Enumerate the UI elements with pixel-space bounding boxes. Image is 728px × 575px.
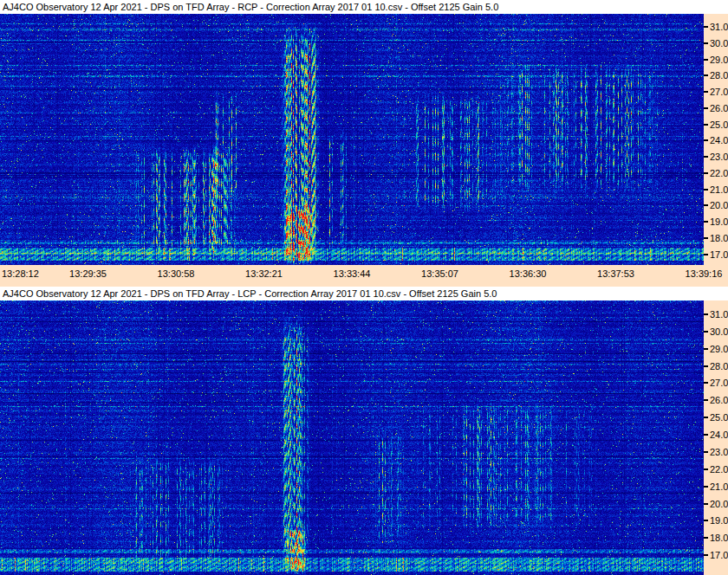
freq-label: 20.0 [710, 201, 728, 210]
freq-tick [704, 537, 708, 539]
freq-tick [704, 139, 708, 141]
freq-label: 27.0 [710, 378, 728, 388]
freq-tick [704, 331, 708, 333]
freq-tick [704, 189, 708, 191]
freq-label: 29.0 [710, 344, 728, 353]
freq-label: 28.0 [710, 361, 728, 371]
freq-tick [704, 254, 708, 255]
freq-label: 21.0 [710, 481, 728, 491]
freq-label: 23.0 [710, 447, 728, 456]
freq-label: 19.0 [710, 217, 728, 227]
freq-tick [704, 503, 708, 505]
freq-label: 17.0 [710, 551, 728, 560]
freq-label: 17.0 [710, 249, 728, 259]
freq-label: 18.0 [710, 234, 728, 243]
time-label: 13:39:16 [686, 268, 723, 279]
lcp-titlebar: AJ4CO Observatory 12 Apr 2021 - DPS on T… [0, 287, 728, 300]
freq-label: 24.0 [710, 430, 728, 440]
freq-label: 26.0 [710, 103, 728, 113]
freq-label: 30.0 [710, 38, 728, 48]
freq-label: 30.0 [710, 326, 728, 336]
time-label: 13:36:30 [510, 268, 547, 279]
freq-label: 19.0 [710, 516, 728, 526]
freq-tick [704, 486, 708, 488]
freq-tick [704, 313, 708, 315]
time-label: 13:29:35 [69, 268, 107, 279]
freq-tick [704, 237, 708, 239]
rcp-spectrogram [0, 14, 704, 265]
freq-label: 31.0 [710, 23, 728, 32]
freq-tick [704, 91, 708, 93]
freq-label: 28.0 [710, 71, 728, 81]
freq-tick [704, 520, 708, 521]
time-label: 13:37:53 [597, 268, 634, 279]
freq-label: 22.0 [710, 168, 728, 178]
freq-tick [704, 221, 708, 223]
freq-label: 20.0 [710, 499, 728, 508]
freq-tick [704, 156, 708, 158]
freq-tick [704, 382, 708, 384]
time-label: 13:33:44 [334, 268, 371, 279]
freq-label: 21.0 [710, 184, 728, 194]
freq-label: 18.0 [710, 533, 728, 543]
freq-label: 31.0 [710, 309, 728, 319]
freq-tick [704, 74, 708, 76]
time-label: 13:28:12 [2, 268, 39, 279]
freq-tick [704, 348, 708, 350]
freq-tick [704, 124, 708, 126]
time-axis: 13:28:1213:29:3513:30:5813:32:2113:33:44… [0, 265, 728, 287]
freq-tick [704, 365, 708, 367]
freq-tick [704, 399, 708, 401]
freq-label: 26.0 [710, 396, 728, 405]
time-label: 13:30:58 [158, 268, 195, 279]
freq-label: 23.0 [710, 152, 728, 162]
lcp-spectrogram [0, 300, 704, 575]
freq-tick [704, 451, 708, 453]
lcp-title-text: AJ4CO Observatory 12 Apr 2021 - DPS on T… [3, 288, 497, 299]
freq-tick [704, 204, 708, 206]
lcp-panel: 31.030.029.028.027.026.025.024.023.022.0… [0, 300, 728, 575]
time-label: 13:35:07 [421, 268, 458, 279]
freq-tick [704, 59, 708, 61]
freq-tick [704, 554, 708, 556]
freq-tick [704, 26, 708, 28]
lcp-freq-axis: 31.030.029.028.027.026.025.024.023.022.0… [704, 300, 728, 575]
freq-tick [704, 417, 708, 418]
freq-label: 27.0 [710, 87, 728, 97]
freq-tick [704, 468, 708, 470]
freq-tick [704, 172, 708, 174]
rcp-title-text: AJ4CO Observatory 12 Apr 2021 - DPS on T… [3, 2, 498, 12]
freq-label: 25.0 [710, 120, 728, 129]
freq-tick [704, 42, 708, 44]
freq-label: 25.0 [710, 413, 728, 423]
spectrograph-app: AJ4CO Observatory 12 Apr 2021 - DPS on T… [0, 0, 728, 575]
rcp-titlebar: AJ4CO Observatory 12 Apr 2021 - DPS on T… [0, 0, 728, 14]
freq-label: 24.0 [710, 136, 728, 145]
freq-label: 29.0 [710, 55, 728, 64]
freq-tick [704, 434, 708, 436]
freq-label: 22.0 [710, 464, 728, 474]
rcp-freq-axis: 31.030.029.028.027.026.025.024.023.022.0… [704, 14, 728, 265]
time-label: 13:32:21 [245, 268, 283, 279]
freq-tick [704, 107, 708, 109]
rcp-panel: 31.030.029.028.027.026.025.024.023.022.0… [0, 14, 728, 265]
